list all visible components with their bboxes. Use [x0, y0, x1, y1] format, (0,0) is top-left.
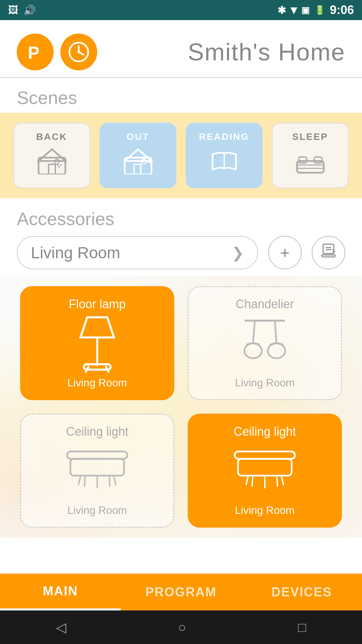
- floor-lamp-icon: [70, 311, 124, 377]
- svg-line-9: [57, 164, 60, 168]
- scenes-label: Scenes: [0, 78, 362, 108]
- android-nav: ◁ ○ □: [0, 610, 362, 644]
- svg-line-33: [275, 321, 277, 344]
- scene-out-label: OUT: [126, 131, 149, 142]
- svg-point-4: [77, 51, 80, 53]
- svg-line-46: [252, 477, 253, 487]
- svg-line-49: [282, 477, 284, 485]
- svg-point-35: [268, 343, 285, 358]
- svg-rect-20: [299, 157, 307, 163]
- scene-reading[interactable]: READING: [186, 123, 262, 188]
- header: P Smith's Home: [0, 20, 362, 78]
- back-button[interactable]: ◁: [56, 620, 66, 635]
- svg-point-34: [244, 343, 262, 358]
- status-bar: 🖼 🔊 ✱ ▾ ▣ 🔋 9:06: [0, 0, 362, 20]
- svg-rect-23: [323, 244, 334, 254]
- svg-line-32: [253, 321, 255, 344]
- scenes-row: BACK OUT READING: [0, 113, 362, 198]
- accessory-chandelier[interactable]: Chandelier Living Room: [188, 286, 342, 400]
- chandelier-icon: [235, 311, 295, 377]
- status-bar-left: 🖼 🔊: [8, 4, 36, 16]
- scene-out[interactable]: OUT: [100, 123, 176, 188]
- sim-icon: ▣: [301, 5, 310, 15]
- svg-rect-22: [322, 255, 335, 257]
- ceiling-light-2-name: Ceiling light: [234, 425, 296, 439]
- battery-icon: 🔋: [314, 5, 325, 15]
- scene-back-label: BACK: [36, 131, 67, 142]
- svg-line-45: [246, 477, 248, 485]
- p-button[interactable]: P: [17, 34, 54, 70]
- scene-back-icon: [37, 148, 67, 179]
- svg-marker-6: [39, 149, 65, 161]
- ceiling-light-2-icon: [231, 439, 298, 504]
- nav-main[interactable]: MAIN: [0, 574, 121, 610]
- svg-line-41: [109, 477, 110, 487]
- scene-reading-icon: [209, 148, 239, 179]
- header-icons: P: [17, 34, 97, 70]
- ceiling-light-1-name: Ceiling light: [66, 425, 128, 439]
- svg-rect-37: [70, 459, 124, 476]
- floor-lamp-room: Living Room: [67, 377, 127, 389]
- edit-button[interactable]: [312, 236, 345, 269]
- nav-devices[interactable]: DEVICES: [241, 574, 362, 610]
- svg-line-48: [277, 477, 278, 487]
- add-button[interactable]: +: [268, 236, 302, 269]
- wifi-icon: ▾: [291, 3, 297, 17]
- time-display: 9:06: [330, 3, 354, 17]
- room-selector-arrow-icon: ❯: [232, 244, 244, 261]
- scene-back[interactable]: BACK: [13, 123, 90, 188]
- recent-button[interactable]: □: [298, 620, 306, 635]
- bluetooth-icon: ✱: [278, 4, 286, 16]
- svg-text:P: P: [28, 43, 40, 62]
- accessory-ceiling-light-2[interactable]: Ceiling light Living Room: [188, 414, 342, 528]
- chandelier-room: Living Room: [235, 377, 295, 389]
- floor-lamp-name: Floor lamp: [69, 297, 126, 311]
- svg-rect-44: [238, 459, 292, 476]
- clock-button[interactable]: [60, 34, 97, 70]
- accessories-grid: Floor lamp Living Room Chandelier: [0, 276, 362, 538]
- accessory-ceiling-light-1[interactable]: Ceiling light Living Room: [20, 414, 174, 528]
- bottom-nav: MAIN PROGRAM DEVICES: [0, 574, 362, 610]
- svg-line-10: [60, 164, 62, 166]
- edit-icon: [320, 243, 337, 263]
- scene-reading-label: READING: [199, 131, 249, 142]
- ceiling-light-2-room: Living Room: [235, 504, 295, 517]
- scene-sleep-icon: [295, 148, 325, 179]
- svg-rect-36: [67, 451, 127, 459]
- svg-marker-12: [125, 149, 152, 161]
- accessories-label: Accessories: [17, 208, 114, 229]
- svg-rect-19: [297, 165, 324, 168]
- status-bar-right: ✱ ▾ ▣ 🔋 9:06: [278, 3, 354, 17]
- home-button[interactable]: ○: [178, 620, 186, 635]
- svg-rect-43: [235, 451, 295, 459]
- svg-rect-21: [314, 157, 322, 163]
- svg-line-38: [78, 477, 80, 485]
- image-icon: 🖼: [8, 4, 18, 16]
- svg-rect-13: [134, 164, 141, 174]
- nav-program[interactable]: PROGRAM: [121, 574, 241, 610]
- room-selector-text: Living Room: [31, 244, 120, 262]
- room-selector[interactable]: Living Room ❯: [17, 236, 258, 269]
- add-icon: +: [280, 244, 290, 262]
- ceiling-light-1-icon: [64, 439, 131, 504]
- accessories-header: Accessories: [0, 198, 362, 236]
- home-title: Smith's Home: [188, 38, 345, 66]
- scene-sleep[interactable]: SLEEP: [272, 123, 349, 188]
- svg-line-42: [114, 477, 116, 485]
- accessories-controls: Living Room ❯ +: [0, 236, 362, 276]
- svg-line-39: [84, 477, 85, 487]
- scene-sleep-label: SLEEP: [292, 131, 328, 142]
- ceiling-light-1-room: Living Room: [67, 504, 127, 517]
- scene-out-icon: [123, 148, 153, 179]
- accessory-floor-lamp[interactable]: Floor lamp Living Room: [20, 286, 174, 400]
- svg-marker-26: [80, 317, 114, 337]
- chandelier-name: Chandelier: [236, 297, 294, 311]
- speaker-icon: 🔊: [23, 4, 36, 16]
- svg-rect-7: [49, 164, 55, 174]
